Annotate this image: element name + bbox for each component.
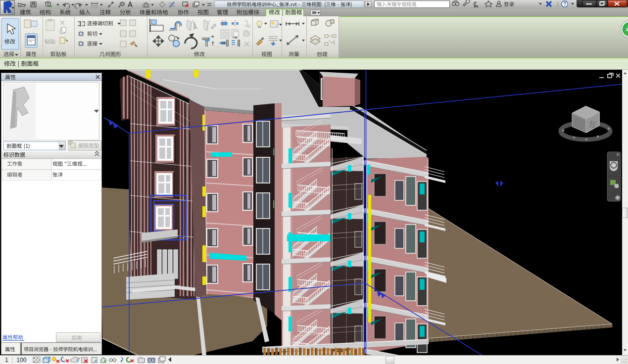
svg-text:46: 46 <box>626 26 628 33</box>
svg-text:?: ? <box>563 1 566 7</box>
